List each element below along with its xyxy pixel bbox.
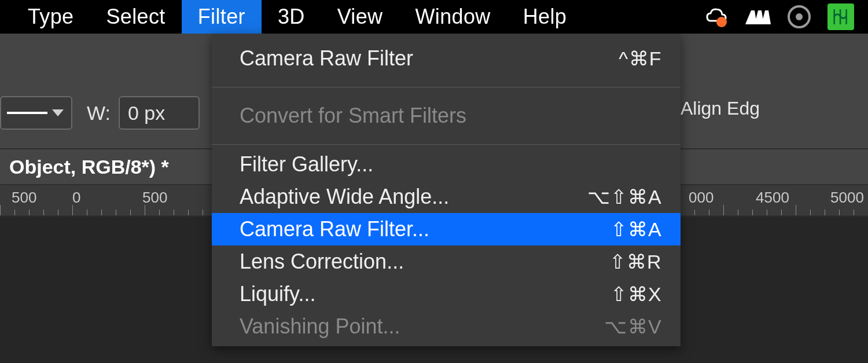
menu-item-filter-gallery[interactable]: Filter Gallery...: [212, 148, 681, 181]
menu-item-shortcut: ⌥⇧⌘A: [587, 185, 662, 208]
menu-item-label: Adaptive Wide Angle...: [240, 185, 449, 209]
ruler-label: 0: [72, 189, 80, 207]
document-tab[interactable]: Object, RGB/8*) *: [1, 152, 177, 182]
width-input[interactable]: 0 px: [119, 96, 200, 130]
plugin-icon[interactable]: [827, 3, 854, 30]
menu-item-vanishing-point: Vanishing Point...⌥⌘V: [212, 310, 681, 343]
ruler-label: 500: [12, 189, 36, 207]
ruler-label: 500: [142, 189, 167, 207]
panels-icon[interactable]: [744, 3, 771, 30]
menu-item-label: Filter Gallery...: [240, 152, 373, 177]
menu-item-liquify[interactable]: Liquify...⇧⌘X: [212, 278, 681, 310]
menu-item-label: Lens Correction...: [240, 250, 404, 274]
menubar-tray: [703, 0, 868, 34]
menu-view[interactable]: View: [321, 0, 399, 34]
ruler-label: 4500: [756, 189, 789, 207]
cloud-sync-icon[interactable]: [703, 3, 729, 30]
menu-item-convert-for-smart-filters: Convert for Smart Filters: [212, 91, 681, 141]
menu-select[interactable]: Select: [90, 0, 182, 34]
stroke-preview-line: [7, 112, 47, 114]
menu-help[interactable]: Help: [507, 0, 583, 34]
menu-type[interactable]: Type: [12, 0, 90, 34]
menu-item-shortcut: ⇧⌘X: [610, 283, 662, 306]
menu-item-shortcut: ⇧⌘A: [610, 218, 662, 241]
menubar: Type Select Filter 3D View Window Help: [0, 0, 868, 34]
menu-item-shortcut: ^⌘F: [619, 47, 662, 70]
align-edges-label: Align Edg: [681, 98, 760, 119]
menu-item-shortcut: ⌥⌘V: [604, 315, 662, 338]
svg-point-2: [796, 13, 803, 20]
chevron-down-icon: [52, 109, 64, 116]
stroke-style-dropdown[interactable]: [0, 96, 72, 130]
menu-separator: [212, 144, 681, 145]
svg-point-0: [716, 17, 727, 27]
menu-window[interactable]: Window: [399, 0, 506, 34]
width-label: W:: [87, 102, 111, 124]
ruler-label: 000: [689, 189, 713, 207]
menu-item-shortcut: ⇧⌘R: [609, 250, 662, 273]
menu-item-label: Vanishing Point...: [240, 314, 400, 339]
target-icon[interactable]: [786, 3, 812, 30]
menu-separator: [212, 87, 681, 87]
menu-item-label: Liquify...: [240, 282, 315, 306]
menu-item-lens-correction[interactable]: Lens Correction...⇧⌘R: [212, 245, 681, 278]
ruler-label: 5000: [830, 189, 864, 207]
menu-item-label: Camera Raw Filter...: [240, 217, 429, 241]
menubar-spacer: [583, 0, 703, 34]
menu-item-camera-raw-filter[interactable]: Camera Raw Filter^⌘F: [212, 34, 681, 83]
menu-item-label: Convert for Smart Filters: [240, 104, 466, 128]
menu-item-label: Camera Raw Filter: [240, 46, 413, 71]
menu-item-adaptive-wide-angle[interactable]: Adaptive Wide Angle...⌥⇧⌘A: [212, 181, 681, 213]
menu-3d[interactable]: 3D: [262, 0, 321, 34]
menu-item-camera-raw-filter[interactable]: Camera Raw Filter...⇧⌘A: [212, 213, 681, 245]
filter-menu-dropdown: Camera Raw Filter^⌘FConvert for Smart Fi…: [212, 34, 681, 346]
menu-filter[interactable]: Filter: [182, 0, 262, 34]
